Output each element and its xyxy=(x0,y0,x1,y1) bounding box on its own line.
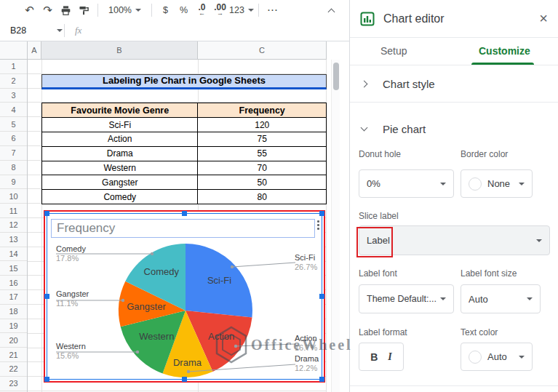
table-cell[interactable]: 50 xyxy=(198,175,327,190)
donut-hole-select[interactable]: 0% xyxy=(359,169,454,198)
selection-handle[interactable] xyxy=(182,211,187,216)
zoom-select[interactable]: 100% xyxy=(103,1,147,19)
italic-button[interactable]: I xyxy=(388,351,391,363)
sheet-title-cell[interactable]: Labeling Pie Chart in Google Sheets xyxy=(41,74,327,89)
row-header[interactable]: 10 xyxy=(0,189,27,204)
label-format-label: Label format xyxy=(359,327,407,337)
table-cell[interactable]: Favourite Movie Genre xyxy=(42,103,198,118)
row-header[interactable]: 11 xyxy=(0,204,27,218)
row-header[interactable]: 4 xyxy=(0,103,27,117)
undo-icon[interactable]: ↶ xyxy=(20,1,39,19)
row-header[interactable]: 3 xyxy=(0,89,27,103)
label-font-size-select[interactable]: Auto xyxy=(461,284,541,313)
column-header-a[interactable]: A xyxy=(28,41,41,60)
row-header[interactable]: 17 xyxy=(0,290,27,305)
name-box[interactable]: B28 xyxy=(0,25,63,36)
collapse-toolbar-icon[interactable] xyxy=(322,1,340,19)
row-header[interactable]: 8 xyxy=(0,161,27,175)
panel-title: Chart editor xyxy=(383,12,539,25)
selection-handle[interactable] xyxy=(319,377,324,382)
column-headers: A B C xyxy=(0,41,349,60)
paint-format-icon[interactable] xyxy=(75,1,93,19)
redo-icon[interactable]: ↷ xyxy=(39,1,57,19)
row-header[interactable]: 9 xyxy=(0,175,27,190)
chart-menu-icon[interactable] xyxy=(317,220,319,230)
table-cell[interactable]: 70 xyxy=(198,161,327,176)
more-options-icon[interactable]: ⋯ xyxy=(263,1,282,19)
label-font-select[interactable]: Theme Default:... xyxy=(359,284,454,313)
table-cell[interactable]: Western xyxy=(42,161,198,176)
table-cell[interactable]: Frequency xyxy=(198,103,327,118)
table-cell[interactable]: 75 xyxy=(198,132,327,147)
selection-handle[interactable] xyxy=(182,377,187,382)
selection-handle[interactable] xyxy=(319,211,324,216)
row-header[interactable]: 12 xyxy=(0,218,27,233)
number-format-menu[interactable]: 123 xyxy=(229,1,254,19)
tab-setup[interactable]: Setup xyxy=(380,45,407,57)
row-header[interactable]: 13 xyxy=(0,233,27,247)
formula-input[interactable] xyxy=(87,20,349,41)
slice-label: Sci-Fi xyxy=(207,275,231,286)
row-header[interactable]: 16 xyxy=(0,276,27,290)
close-icon[interactable]: × xyxy=(539,10,548,27)
chevron-down-icon xyxy=(440,183,446,185)
scrollbar-thumb[interactable] xyxy=(333,63,339,90)
toolbar-separator xyxy=(151,4,152,17)
row-header[interactable]: 18 xyxy=(0,305,27,319)
tab-customize[interactable]: Customize xyxy=(479,45,530,57)
column-header-b[interactable]: B xyxy=(41,41,198,60)
table-cell[interactable]: Gangster xyxy=(42,175,198,190)
row-header[interactable]: 20 xyxy=(0,333,27,348)
table-cell[interactable]: 80 xyxy=(198,190,327,204)
border-color-select[interactable]: None xyxy=(461,169,533,198)
table-cell[interactable]: Comedy xyxy=(42,190,198,204)
row-header[interactable]: 1 xyxy=(0,60,27,74)
chevron-down-icon xyxy=(519,356,525,359)
label-font-label: Label font xyxy=(359,268,397,279)
table-cell[interactable]: 120 xyxy=(198,118,327,132)
row-header[interactable]: 15 xyxy=(0,261,27,276)
decrease-decimal-button[interactable]: .0← xyxy=(193,1,211,19)
watermark-text: OfficeWheel xyxy=(251,337,353,353)
pie-chart-object[interactable]: Sci-FiActionDramaWesternGangsterComedy S… xyxy=(47,213,322,380)
toolbar-separator xyxy=(97,4,98,17)
bold-button[interactable]: B xyxy=(370,351,378,363)
watermark: OfficeWheel xyxy=(215,326,353,364)
section-pie-chart[interactable]: Pie chart xyxy=(350,111,558,147)
data-table: Favourite Movie GenreFrequencySci-Fi120A… xyxy=(41,103,327,204)
print-icon[interactable] xyxy=(57,1,75,19)
text-color-select[interactable]: Auto xyxy=(461,343,533,371)
annotation-red-box xyxy=(356,227,393,257)
selection-handle[interactable] xyxy=(44,211,49,216)
section-chart-style[interactable]: Chart style xyxy=(350,65,558,103)
row-header[interactable]: 19 xyxy=(0,319,27,334)
toolbar: ↶ ↷ 100% $ % .0← .00→ 123 xyxy=(0,0,349,20)
selection-handle[interactable] xyxy=(44,294,49,299)
row-header[interactable]: 21 xyxy=(0,348,27,362)
row-header[interactable]: 7 xyxy=(0,146,27,161)
selection-handle[interactable] xyxy=(44,377,49,382)
row-header[interactable]: 2 xyxy=(0,74,27,89)
table-cell[interactable]: 55 xyxy=(198,147,327,161)
row-header[interactable]: 14 xyxy=(0,247,27,262)
table-cell[interactable]: Action xyxy=(42,132,198,147)
table-row: Gangster50 xyxy=(42,175,327,190)
format-percent-button[interactable]: % xyxy=(175,1,193,19)
formula-bar: B28 fx xyxy=(0,20,349,41)
row-header[interactable]: 5 xyxy=(0,117,27,132)
selection-handle[interactable] xyxy=(319,294,324,299)
column-header-c[interactable]: C xyxy=(198,41,327,60)
format-currency-button[interactable]: $ xyxy=(156,1,175,19)
row-header[interactable]: 6 xyxy=(0,132,27,146)
row-header[interactable]: 22 xyxy=(0,362,27,377)
increase-decimal-button[interactable]: .00→ xyxy=(211,1,229,19)
chart-title[interactable]: Frequency xyxy=(51,219,315,238)
chevron-down-icon xyxy=(536,239,542,242)
table-cell[interactable]: Drama xyxy=(42,147,198,161)
table-cell[interactable]: Sci-Fi xyxy=(42,118,198,132)
slice-label: Drama xyxy=(173,357,202,368)
pie-callout-sci-fi: Sci-Fi26.7% xyxy=(295,253,317,272)
row-header[interactable]: 23 xyxy=(0,377,27,391)
select-all-corner[interactable] xyxy=(0,41,28,60)
callout-anchor-dot xyxy=(231,265,234,268)
